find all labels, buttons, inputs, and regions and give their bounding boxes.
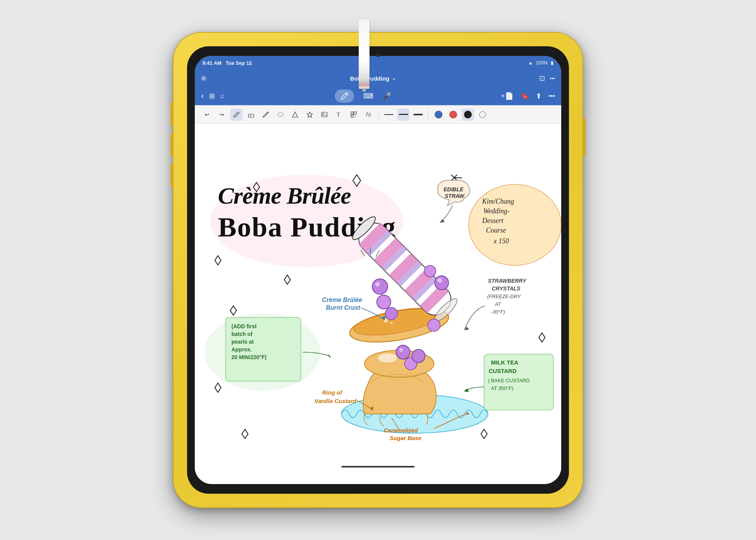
svg-text:Dessert: Dessert xyxy=(482,217,504,224)
drawing-canvas: Crème Brûlée Boba Pudding xyxy=(195,124,561,484)
title-bar: × Boba Pudding ⌄ ⊡ ••• xyxy=(195,70,561,87)
title-text: Boba Pudding xyxy=(350,75,390,82)
eraser-icon xyxy=(248,111,255,118)
color-red-button[interactable] xyxy=(447,108,459,121)
grid-view-icon[interactable]: ⊞ xyxy=(209,92,215,100)
link-icon xyxy=(365,111,372,118)
nav-left: ‹ ⊞ ⌕ xyxy=(201,91,224,101)
svg-point-31 xyxy=(390,322,393,324)
svg-point-53 xyxy=(424,265,436,277)
svg-text:Wedding-: Wedding- xyxy=(483,207,510,215)
back-icon[interactable]: ‹ xyxy=(201,91,204,101)
more-icon[interactable]: ••• xyxy=(548,93,555,100)
add-page-icon[interactable]: +📄 xyxy=(501,92,514,100)
svg-point-48 xyxy=(396,345,410,359)
date-display: Tue Sep 12 xyxy=(226,60,252,66)
text-button[interactable]: T xyxy=(333,108,345,121)
star-button[interactable] xyxy=(304,108,316,121)
star-icon xyxy=(306,111,313,118)
svg-point-51 xyxy=(428,319,440,331)
wifi-icon: ▲ xyxy=(528,60,533,66)
thumbnail-icon[interactable]: ⊡ xyxy=(539,74,545,83)
ipad-bezel: 9:41 AM Tue Sep 12 ▲ 100% ▮ × xyxy=(187,46,569,494)
line-thick-button[interactable] xyxy=(412,108,424,121)
svg-text:batch of: batch of xyxy=(231,331,253,337)
svg-marker-4 xyxy=(292,112,298,117)
document-title[interactable]: Boba Pudding ⌄ xyxy=(350,75,396,82)
svg-text:pearls at: pearls at xyxy=(231,339,254,345)
pen-tool-button[interactable] xyxy=(230,108,243,121)
svg-text:STRAW: STRAW xyxy=(445,193,465,199)
svg-text:-30°F): -30°F) xyxy=(491,309,505,315)
svg-point-52 xyxy=(435,276,449,290)
status-time: 9:41 AM Tue Sep 12 xyxy=(202,60,252,66)
link-button[interactable] xyxy=(362,108,375,121)
line-mid-button[interactable] xyxy=(397,108,410,121)
pencil-sketch-button[interactable] xyxy=(260,108,272,121)
svg-text:Approx.: Approx. xyxy=(231,346,252,353)
search-icon[interactable]: ⌕ xyxy=(220,92,224,100)
image-button[interactable] xyxy=(318,108,331,121)
nav-bar: ‹ ⊞ ⌕ ⌨ 🎤 xyxy=(195,87,561,105)
nav-right: +📄 🔖 ⬆ ••• xyxy=(501,92,555,100)
status-right: ▲ 100% ▮ xyxy=(528,60,554,66)
lasso-button[interactable] xyxy=(274,108,287,121)
share-icon[interactable]: ⬆ xyxy=(536,92,542,100)
scan-icon xyxy=(350,111,357,118)
shapes-button[interactable] xyxy=(289,108,301,121)
canvas-area[interactable]: Crème Brûlée Boba Pudding xyxy=(195,124,561,484)
svg-text:MILK TEA: MILK TEA xyxy=(491,359,518,366)
scan-button[interactable] xyxy=(348,108,360,121)
svg-point-55 xyxy=(437,278,442,283)
svg-text:AT: AT xyxy=(494,301,501,307)
svg-text:Caramelized: Caramelized xyxy=(384,427,418,434)
circle-select-button[interactable] xyxy=(476,108,489,121)
svg-point-45 xyxy=(372,279,388,294)
ipad-device: 9:41 AM Tue Sep 12 ▲ 100% ▮ × xyxy=(174,33,582,507)
undo-button[interactable]: ↩ xyxy=(201,108,213,121)
more-options-icon[interactable]: ••• xyxy=(550,76,555,81)
time-display: 9:41 AM xyxy=(202,60,221,66)
battery-icon: ▮ xyxy=(551,60,554,66)
svg-rect-9 xyxy=(351,112,353,114)
svg-rect-10 xyxy=(354,112,356,114)
title-bar-right: ⊡ ••• xyxy=(539,74,555,83)
svg-point-13 xyxy=(479,111,486,118)
svg-text:Vanilla Custard: Vanilla Custard xyxy=(314,398,356,404)
scene: 9:41 AM Tue Sep 12 ▲ 100% ▮ × xyxy=(147,23,609,517)
svg-rect-12 xyxy=(355,116,356,116)
svg-point-3 xyxy=(278,113,283,116)
eraser-button[interactable] xyxy=(245,108,257,121)
color-blue-button[interactable] xyxy=(432,108,445,121)
close-button[interactable]: × xyxy=(201,76,206,81)
svg-text:(FREEZE-DRY: (FREEZE-DRY xyxy=(487,294,521,299)
svg-line-2 xyxy=(267,113,268,113)
color-black-button[interactable] xyxy=(462,108,474,121)
toolbar-separator-2 xyxy=(428,110,429,119)
svg-text:STRAWBERRY: STRAWBERRY xyxy=(488,278,527,284)
svg-point-56 xyxy=(399,348,403,352)
svg-marker-5 xyxy=(307,112,312,117)
title-bar-left: × xyxy=(201,76,206,81)
microphone-icon[interactable]: 🎤 xyxy=(383,92,391,100)
svg-point-46 xyxy=(377,295,391,309)
keyboard-icon[interactable]: ⌨ xyxy=(363,92,373,100)
svg-text:Crème Brûlée: Crème Brûlée xyxy=(218,182,351,209)
svg-text:x 150: x 150 xyxy=(493,237,509,245)
color-blue-swatch xyxy=(435,111,442,118)
svg-text:Ring of: Ring of xyxy=(322,389,343,396)
svg-text:T: T xyxy=(337,112,340,118)
dropdown-arrow-icon: ⌄ xyxy=(392,76,396,81)
bookmark-icon[interactable]: 🔖 xyxy=(520,92,529,100)
line-thin-button[interactable] xyxy=(383,108,395,121)
color-black-swatch xyxy=(464,111,472,118)
status-bar: 9:41 AM Tue Sep 12 ▲ 100% ▮ xyxy=(195,56,561,70)
svg-point-47 xyxy=(385,307,398,320)
svg-point-50 xyxy=(412,349,425,363)
redo-button[interactable]: ↪ xyxy=(216,108,228,121)
svg-text:Burnt Crust: Burnt Crust xyxy=(326,304,361,311)
svg-rect-0 xyxy=(248,114,254,117)
toolbar-separator xyxy=(378,110,379,119)
ipad-screen: 9:41 AM Tue Sep 12 ▲ 100% ▮ × xyxy=(195,56,561,484)
pencil-tool-active[interactable] xyxy=(335,89,354,103)
